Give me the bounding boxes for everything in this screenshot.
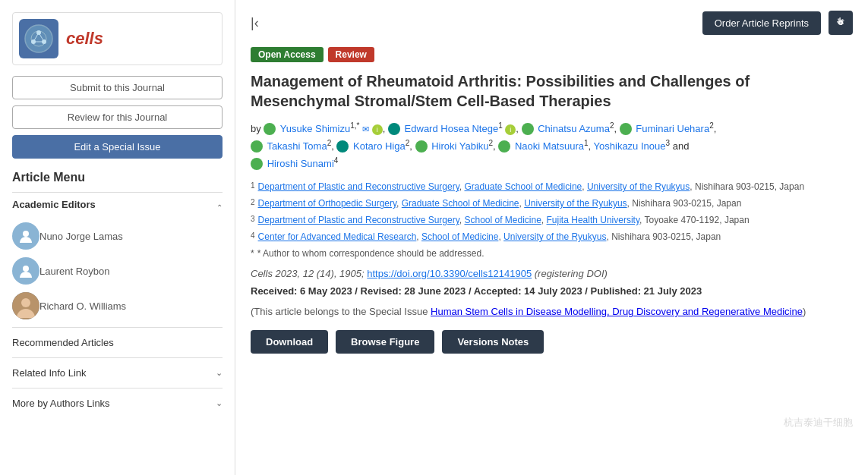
special-issue-prefix: (This article belongs to the Special Iss… [251, 306, 431, 317]
author-1[interactable]: Yusuke Shimizu [280, 123, 351, 134]
watermark: 杭吉泰迪干细胞 [784, 416, 853, 429]
aff-link-1c[interactable]: University of the Ryukyus [587, 181, 690, 192]
dates-line: Received: 6 May 2023 / Revised: 28 June … [251, 285, 853, 297]
author-icon-4 [620, 123, 632, 135]
svg-point-8 [23, 231, 29, 237]
avatar-1 [12, 222, 39, 250]
by-label: by [251, 123, 261, 134]
submit-journal-button[interactable]: Submit to this Journal [12, 76, 223, 99]
recommended-articles-label: Recommended Articles [12, 337, 114, 348]
aff-link-4b[interactable]: School of Medicine [421, 231, 498, 242]
citation-vol: 12 [303, 268, 314, 279]
aff-link-4a[interactable]: Center for Advanced Medical Research [258, 231, 417, 242]
avatar-3 [12, 292, 39, 319]
author-note-symbol: * [251, 247, 254, 260]
top-bar: |‹ Order Article Reprints [251, 11, 853, 35]
svg-point-0 [25, 25, 52, 52]
aff-text-3: Department of Plastic and Reconstructive… [258, 213, 750, 227]
related-info-link-item[interactable]: Related Info Link ⌄ [12, 357, 223, 388]
aff-link-3c[interactable]: Fujita Health University [547, 215, 639, 225]
author-9[interactable]: Yoshikazu Inoue [594, 140, 666, 152]
affiliation-4: 4 Center for Advanced Medical Research, … [251, 230, 853, 244]
citation-year: 2023, [276, 268, 303, 279]
academic-editors-section: Academic Editors ⌃ Nuno Jorge Lamas [12, 192, 223, 319]
aff-link-2c[interactable]: University of the Ryukyus [524, 198, 627, 209]
first-page-button[interactable]: |‹ [251, 15, 259, 31]
author-icon-5 [251, 140, 263, 153]
editor-item-2: Laurent Roybon [12, 257, 223, 285]
action-buttons: Download Browse Figure Versions Notes [251, 330, 853, 354]
article-menu-title: Article Menu [12, 171, 223, 184]
author-7[interactable]: Hiroki Yabiku [431, 140, 488, 152]
author-note-text: * Author to whom correspondence should b… [257, 247, 485, 260]
email-icon: ✉ [362, 124, 369, 134]
author-8[interactable]: Naoki Matsuura [515, 140, 584, 152]
chevron-up-icon[interactable]: ⌃ [216, 203, 223, 212]
journal-logo[interactable]: cells [12, 12, 223, 65]
aff-link-2b[interactable]: Graduate School of Medicine [402, 198, 519, 209]
author-6[interactable]: Kotaro Higa [353, 140, 406, 152]
editor-name-2[interactable]: Laurent Roybon [39, 266, 110, 277]
aff-link-3b[interactable]: School of Medicine [464, 215, 541, 225]
aff-text-1: Department of Plastic and Reconstructive… [258, 180, 805, 193]
settings-button[interactable] [829, 11, 853, 35]
journal-name: cells [66, 29, 103, 49]
order-reprints-button[interactable]: Order Article Reprints [702, 11, 821, 35]
journal-italic: Cells [251, 268, 273, 279]
open-access-badge: Open Access [251, 47, 324, 62]
browse-figure-button[interactable]: Browse Figure [336, 330, 434, 354]
special-issue-button[interactable]: Edit a Special Issue [12, 135, 223, 159]
special-issue-link[interactable]: Human Stem Cells in Disease Modelling, D… [431, 306, 803, 317]
versions-notes-button[interactable]: Versions Notes [442, 330, 544, 354]
chevron-down-icon-2: ⌄ [216, 398, 223, 408]
related-info-label: Related Info Link [12, 367, 87, 379]
article-title: Management of Rheumatoid Arthritis: Poss… [251, 71, 853, 111]
aff-link-2a[interactable]: Department of Orthopedic Surgery [258, 198, 397, 209]
editor-item-3: Richard O. Williams [12, 292, 223, 319]
author-2[interactable]: Edward Hosea Ntege [405, 123, 499, 134]
affiliation-1: 1 Department of Plastic and Reconstructi… [251, 180, 853, 193]
download-button[interactable]: Download [251, 330, 328, 354]
recommended-articles-item[interactable]: Recommended Articles [12, 327, 223, 357]
affiliation-3: 3 Department of Plastic and Reconstructi… [251, 213, 853, 227]
review-journal-button[interactable]: Review for this Journal [12, 105, 223, 129]
chevron-down-icon-1: ⌄ [216, 368, 223, 378]
more-by-authors-item[interactable]: More by Authors Links ⌄ [12, 388, 223, 418]
doi-link[interactable]: https://doi.org/10.3390/cells12141905 [367, 268, 532, 279]
author-5[interactable]: Takashi Toma [267, 140, 327, 152]
author-note: * * Author to whom correspondence should… [251, 247, 853, 260]
svg-point-11 [21, 298, 30, 307]
author-3[interactable]: Chinatsu Azuma [538, 123, 610, 134]
orcid-icon-1: i [372, 124, 383, 135]
sidebar: cells Submit to this Journal Review for … [0, 0, 235, 475]
author-icon-7 [415, 140, 428, 153]
aff-text-4: Center for Advanced Medical Research, Sc… [258, 230, 721, 244]
special-issue-line: (This article belongs to the Special Iss… [251, 304, 853, 319]
author-10[interactable]: Hiroshi Sunami [267, 159, 334, 170]
author-4[interactable]: Fuminari Uehara [636, 123, 709, 134]
special-issue-suffix: ) [803, 306, 806, 317]
watermark-text: 杭吉泰迪干细胞 [784, 416, 853, 429]
svg-point-9 [23, 266, 29, 272]
aff-num-4: 4 [251, 230, 255, 244]
aff-num-1: 1 [251, 180, 255, 193]
affiliation-2: 2 Department of Orthopedic Surgery, Grad… [251, 197, 853, 210]
author-icon-2 [388, 123, 400, 135]
editor-name-1[interactable]: Nuno Jorge Lamas [39, 231, 123, 242]
aff-num-3: 3 [251, 213, 255, 227]
citation-issue: (14), 1905; [317, 268, 368, 279]
aff-link-1b[interactable]: Graduate School of Medicine [464, 181, 582, 192]
aff-num-2: 2 [251, 197, 255, 210]
aff-link-1a[interactable]: Department of Plastic and Reconstructive… [258, 181, 459, 192]
article-badges: Open Access Review [251, 47, 853, 62]
logo-icon [19, 19, 58, 58]
doi-note: (registering DOI) [535, 268, 608, 279]
avatar-2 [12, 257, 39, 285]
review-badge: Review [328, 47, 374, 62]
aff-text-2: Department of Orthopedic Surgery, Gradua… [258, 197, 742, 210]
editor-name-3[interactable]: Richard O. Williams [39, 300, 126, 312]
aff-link-3a[interactable]: Department of Plastic and Reconstructive… [258, 215, 459, 225]
authors-line: by Yusuke Shimizu1,* ✉ i, Edward Hosea N… [251, 120, 853, 172]
aff-link-4c[interactable]: University of the Ryukyus [503, 231, 606, 242]
author-icon-8 [498, 140, 510, 153]
